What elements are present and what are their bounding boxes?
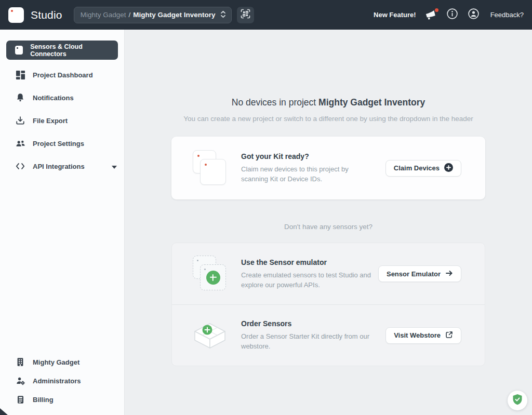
- brand-title: Studio: [31, 9, 62, 21]
- announcements-button[interactable]: [425, 9, 437, 21]
- sidebar-item-label: Mighty Gadget: [33, 358, 79, 366]
- sidebar-item-label: Billing: [33, 396, 54, 404]
- sort-chevron-icon: [220, 10, 226, 20]
- claim-devices-button[interactable]: Claim Devices: [385, 160, 461, 177]
- bell-icon: [15, 92, 25, 103]
- emulator-row-title: Use the Sensor emulator: [241, 258, 378, 266]
- section-label: Don't have any sensors yet?: [125, 223, 532, 231]
- feedback-link[interactable]: Feedback?: [490, 11, 524, 19]
- code-brackets-icon: [15, 161, 25, 171]
- empty-state-title-prefix: No devices in project: [232, 97, 318, 108]
- order-sensors-row: Order Sensors Order a Sensor Starter Kit…: [172, 304, 485, 366]
- sidebar-item-organization[interactable]: Mighty Gadget: [0, 353, 124, 371]
- emulator-row-description: Create emulated sensors to test Studio a…: [241, 270, 375, 290]
- green-plus-icon: [206, 271, 220, 285]
- sensor-emulator-icon: [191, 253, 229, 294]
- arrow-right-icon: [445, 270, 453, 278]
- empty-state-title: No devices in project Mighty Gadget Inve…: [125, 97, 532, 108]
- privacy-shield-button[interactable]: [508, 391, 527, 410]
- sidebar-item-label: Project Settings: [33, 140, 84, 148]
- empty-state-subtitle: You can create a new project or switch t…: [125, 115, 532, 123]
- sidebar-item-label: Sensors & Cloud Connectors: [30, 43, 111, 58]
- sidebar-item-administrators[interactable]: Administrators: [0, 371, 124, 390]
- project-switcher[interactable]: Mighty Gadget / Mighty Gadget Inventory: [74, 7, 232, 23]
- empty-state-title-project: Mighty Gadget Inventory: [318, 97, 425, 108]
- claim-devices-button-label: Claim Devices: [394, 164, 440, 172]
- starter-options-panel: Use the Sensor emulator Create emulated …: [171, 243, 485, 366]
- sidebar-item-project-settings[interactable]: Project Settings: [0, 132, 124, 155]
- order-row-text: Order Sensors Order a Sensor Starter Kit…: [241, 319, 385, 351]
- sidebar-item-file-export[interactable]: File Export: [0, 109, 124, 132]
- sensor-emulator-button-label: Sensor Emulator: [387, 270, 441, 278]
- main-content: No devices in project Mighty Gadget Inve…: [125, 30, 532, 415]
- sidebar-item-api-integrations[interactable]: API Integrations: [0, 155, 124, 178]
- qr-scan-button[interactable]: [237, 7, 254, 23]
- corner-widget-wedge: [0, 408, 8, 415]
- new-feature-label: New Feature!: [374, 11, 416, 19]
- shield-check-icon: [511, 393, 524, 408]
- studio-logo-icon: [8, 7, 24, 23]
- app-root: Studio Mighty Gadget / Mighty Gadget Inv…: [0, 0, 532, 415]
- sidebar-item-sensors-cloud-connectors[interactable]: Sensors & Cloud Connectors: [6, 41, 118, 60]
- qr-scan-icon: [241, 9, 250, 21]
- external-link-icon: [445, 331, 453, 340]
- kit-card-description: Claim new devices to this project by sca…: [241, 164, 375, 184]
- sidebar-bottom-group: Mighty Gadget Administrators: [0, 353, 124, 415]
- kit-card-text: Got your Kit ready? Claim new devices to…: [241, 152, 385, 184]
- kit-card-title: Got your Kit ready?: [241, 152, 385, 160]
- admin-person-gear-icon: [15, 376, 25, 386]
- sidebar: Sensors & Cloud Connectors Project Dashb…: [0, 30, 125, 415]
- emulator-row-text: Use the Sensor emulator Create emulated …: [241, 258, 378, 290]
- info-icon: [446, 8, 458, 22]
- kit-ready-card: Got your Kit ready? Claim new devices to…: [171, 137, 485, 199]
- building-icon: [15, 357, 25, 367]
- download-tray-icon: [15, 115, 25, 126]
- account-icon: [468, 8, 480, 22]
- people-icon: [15, 138, 25, 149]
- sidebar-item-project-dashboard[interactable]: Project Dashboard: [0, 63, 124, 86]
- megaphone-icon: [425, 14, 436, 22]
- visit-webstore-button[interactable]: Visit Webstore: [385, 327, 461, 344]
- sidebar-item-label: File Export: [33, 117, 68, 125]
- order-sensors-box-icon: [191, 317, 229, 354]
- sidebar-item-notifications[interactable]: Notifications: [0, 86, 124, 109]
- device-cards-icon: [191, 148, 229, 189]
- organization-name: Mighty Gadget: [81, 11, 126, 19]
- notification-dot: [435, 8, 438, 12]
- account-button[interactable]: [468, 9, 480, 21]
- switcher-separator: /: [129, 11, 131, 19]
- sidebar-item-label: Notifications: [33, 94, 74, 102]
- chevron-down-icon: [112, 163, 117, 170]
- sidebar-item-billing[interactable]: Billing: [0, 390, 124, 409]
- sidebar-item-label: Project Dashboard: [33, 71, 93, 79]
- project-name: Mighty Gadget Inventory: [133, 11, 215, 19]
- visit-webstore-button-label: Visit Webstore: [394, 331, 441, 339]
- sensor-emulator-button[interactable]: Sensor Emulator: [378, 265, 461, 282]
- dashboard-grid-icon: [15, 70, 25, 80]
- sensor-square-icon: [15, 46, 23, 55]
- order-row-title: Order Sensors: [241, 319, 385, 328]
- plus-circle-icon: [444, 163, 453, 173]
- sidebar-item-label: API Integrations: [33, 163, 85, 170]
- info-button[interactable]: [446, 9, 459, 21]
- order-row-description: Order a Sensor Starter Kit directly from…: [241, 331, 375, 351]
- sidebar-item-label: Administrators: [33, 377, 81, 385]
- calculator-icon: [15, 394, 25, 405]
- app-header: Studio Mighty Gadget / Mighty Gadget Inv…: [0, 0, 532, 30]
- header-actions: New Feature!: [374, 9, 524, 21]
- sensor-emulator-row: Use the Sensor emulator Create emulated …: [172, 243, 485, 304]
